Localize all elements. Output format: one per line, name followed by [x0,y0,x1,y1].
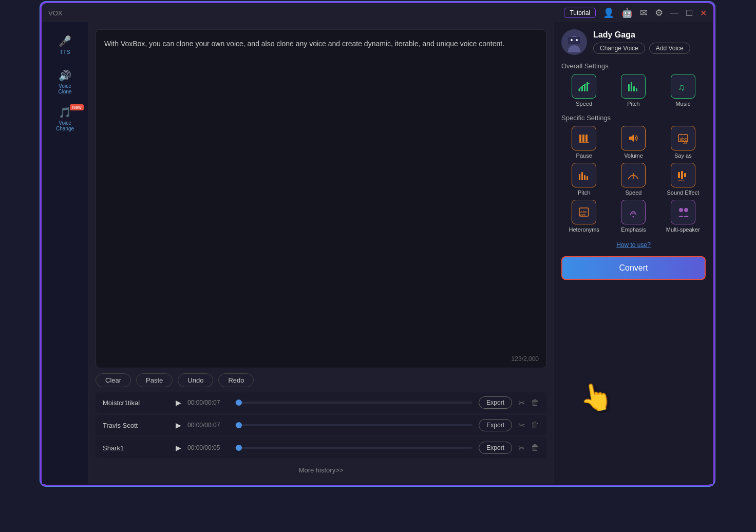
setting-pause-label: Pause [576,153,592,159]
svg-point-4 [571,39,573,41]
more-history-link[interactable]: More history>> [96,463,546,477]
paste-button[interactable]: Paste [136,373,173,387]
progress-dot-2 [236,445,242,451]
voice-info: Lady Gaga Change Voice Add Voice [593,30,690,54]
svg-point-5 [576,39,578,41]
voice-change-icon: 🎵 [59,106,71,119]
setting-speed-label-specific: Speed [626,189,642,196]
overall-settings-section: Overall Settings [561,62,706,107]
editor-text: With VoxBox, you can clone your own voic… [104,38,538,49]
volume-icon-wrap [621,126,646,150]
pause-icon-wrap [572,126,596,150]
table-row: Travis Scott ▶ 00:00/00:07 Export ✂ 🗑 [96,415,546,435]
user-icon[interactable]: 👤 [603,7,614,18]
minimize-button[interactable]: — [670,8,678,17]
svg-rect-24 [584,175,585,180]
progress-bar-0[interactable] [235,402,472,404]
svg-rect-12 [633,86,635,91]
multispeaker-icon-wrap [671,200,695,224]
setting-pitch-label-overall: Pitch [627,101,639,107]
setting-soundeffect[interactable]: ≡≡≡ Sound Effect [660,163,706,196]
svg-rect-11 [631,82,632,91]
overall-settings-grid: Speed Pitch [561,74,706,107]
robot-icon[interactable]: 🤖 [621,7,633,18]
emphasis-icon-wrap [621,200,646,224]
redo-button[interactable]: Redo [218,373,254,387]
table-row: Moistcr1tikal ▶ 00:00/00:07 Export ✂ 🗑 [96,392,546,413]
play-button-2[interactable]: ▶ [176,444,181,452]
setting-pitch-overall[interactable]: Pitch [611,74,656,107]
voice-name: Lady Gaga [593,30,690,40]
clear-button[interactable]: Clear [96,373,131,387]
svg-rect-10 [628,84,630,91]
text-editor[interactable]: With VoxBox, you can clone your own voic… [96,29,546,368]
how-to-use-link[interactable]: How to use? [616,241,651,249]
svg-rect-28 [681,171,683,179]
svg-text:def: def [580,213,585,217]
speed-icon-wrap-specific [621,163,646,187]
setting-emphasis-label: Emphasis [621,226,646,233]
tutorial-button[interactable]: Tutorial [564,8,596,18]
export-button-0[interactable]: Export [479,396,512,409]
sidebar-item-tts[interactable]: 🎤 TTS [45,28,86,61]
app-title: VOX [48,9,62,17]
export-button-1[interactable]: Export [479,419,512,431]
undo-button[interactable]: Undo [178,373,213,387]
svg-rect-22 [579,174,580,180]
setting-music-overall[interactable]: ♫ Music [660,74,706,107]
sidebar-item-voice-clone[interactable]: 🔊 VoiceClone [45,65,86,98]
setting-heteronyms[interactable]: abc def Heteronyms [561,200,607,233]
maximize-button[interactable]: ☐ [686,8,693,18]
play-button-0[interactable]: ▶ [176,398,181,407]
setting-pause[interactable]: Pause [561,126,607,159]
setting-multispeaker[interactable]: Multi-speaker [660,200,706,233]
time-0: 00:00/00:07 [187,399,229,406]
heteronyms-icon-wrap: abc def [572,200,596,224]
time-1: 00:00/00:07 [187,422,229,429]
svg-rect-16 [582,135,584,142]
setting-sayas-label: Say as [674,153,692,159]
history-name-2: Shark1 [103,444,169,452]
voice-actions: Change Voice Add Voice [593,43,690,54]
specific-settings-section: Specific Settings Pause [561,114,706,233]
scissors-icon-1[interactable]: ✂ [518,421,525,430]
progress-bar-2[interactable] [235,447,472,449]
export-button-2[interactable]: Export [479,442,512,454]
svg-rect-23 [581,172,583,180]
setting-speed-specific[interactable]: Speed [611,163,656,196]
setting-sayas[interactable]: abc 23 Say as [660,126,706,159]
setting-speed-overall[interactable]: Speed [561,74,607,107]
setting-volume[interactable]: Volume [611,126,656,159]
mail-icon[interactable]: ✉ [640,7,648,18]
add-voice-button[interactable]: Add Voice [649,43,690,54]
soundeffect-icon-wrap: ≡≡≡ [671,163,695,187]
pitch-icon-wrap-specific [572,163,596,187]
play-button-1[interactable]: ▶ [176,421,181,429]
history-list: Moistcr1tikal ▶ 00:00/00:07 Export ✂ 🗑 T… [96,392,546,458]
delete-icon-0[interactable]: 🗑 [531,398,539,407]
right-panel: Lady Gaga Change Voice Add Voice Overall… [554,22,713,484]
setting-emphasis[interactable]: Emphasis [611,200,656,233]
change-voice-button[interactable]: Change Voice [593,43,645,54]
progress-bar-1[interactable] [235,424,472,426]
svg-text:≡≡≡: ≡≡≡ [678,179,684,182]
avatar [561,29,587,55]
progress-dot-1 [236,422,242,428]
scissors-icon-2[interactable]: ✂ [518,443,525,453]
sidebar-item-voice-change[interactable]: New 🎵 VoiceChange [45,102,86,135]
convert-button[interactable]: Convert [561,256,706,280]
history-name-1: Travis Scott [103,422,169,429]
svg-point-36 [684,208,688,212]
content-area: With VoxBox, you can clone your own voic… [88,22,554,484]
tts-icon: 🎤 [59,35,71,47]
delete-icon-2[interactable]: 🗑 [531,443,539,452]
gear-icon[interactable]: ⚙ [655,7,663,18]
setting-pitch-specific[interactable]: Pitch [561,163,607,196]
delete-icon-1[interactable]: 🗑 [531,421,539,430]
progress-dot-0 [236,400,242,406]
svg-rect-25 [587,176,588,180]
close-button[interactable]: ✕ [700,8,707,18]
scissors-icon-0[interactable]: ✂ [518,398,525,408]
sayas-icon-wrap: abc 23 [671,126,695,150]
time-2: 00:00/00:05 [187,444,229,451]
